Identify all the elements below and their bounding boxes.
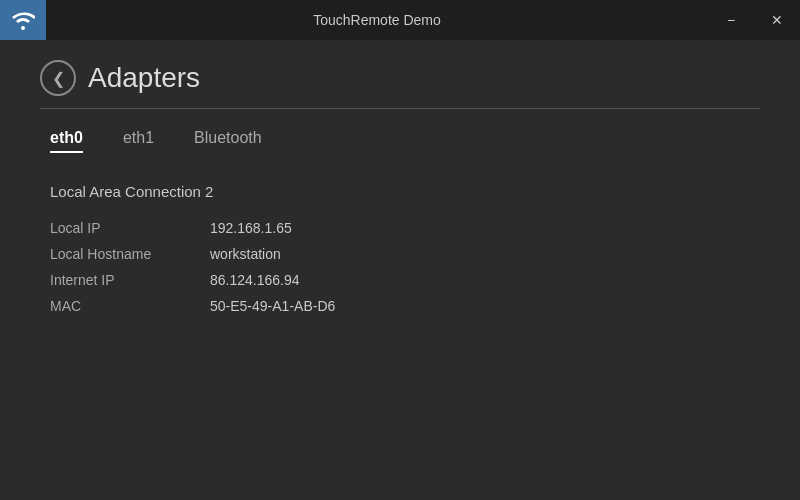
wifi-icon: [11, 8, 35, 32]
tab-eth1[interactable]: eth1: [123, 129, 154, 153]
app-icon: [0, 0, 46, 40]
value-local-hostname: workstation: [210, 246, 760, 262]
label-local-hostname: Local Hostname: [50, 246, 210, 262]
app-title: TouchRemote Demo: [46, 12, 708, 28]
tab-eth0[interactable]: eth0: [50, 129, 83, 153]
header-divider: [40, 108, 760, 109]
adapter-content: Local Area Connection 2 Local IP 192.168…: [50, 183, 760, 314]
page-content: ❮ Adapters eth0 eth1 Bluetooth Local Are…: [0, 40, 800, 334]
window-controls: − ✕: [708, 0, 800, 40]
value-internet-ip: 86.124.166.94: [210, 272, 760, 288]
minimize-button[interactable]: −: [708, 0, 754, 40]
svg-point-0: [21, 26, 25, 30]
tabs: eth0 eth1 Bluetooth: [50, 129, 760, 153]
connection-name: Local Area Connection 2: [50, 183, 760, 200]
page-title: Adapters: [88, 62, 200, 94]
titlebar: TouchRemote Demo − ✕: [0, 0, 800, 40]
value-mac: 50-E5-49-A1-AB-D6: [210, 298, 760, 314]
tab-bluetooth[interactable]: Bluetooth: [194, 129, 262, 153]
value-local-ip: 192.168.1.65: [210, 220, 760, 236]
label-local-ip: Local IP: [50, 220, 210, 236]
back-button[interactable]: ❮: [40, 60, 76, 96]
label-mac: MAC: [50, 298, 210, 314]
page-header: ❮ Adapters: [40, 60, 760, 96]
info-table: Local IP 192.168.1.65 Local Hostname wor…: [50, 220, 760, 314]
label-internet-ip: Internet IP: [50, 272, 210, 288]
close-button[interactable]: ✕: [754, 0, 800, 40]
